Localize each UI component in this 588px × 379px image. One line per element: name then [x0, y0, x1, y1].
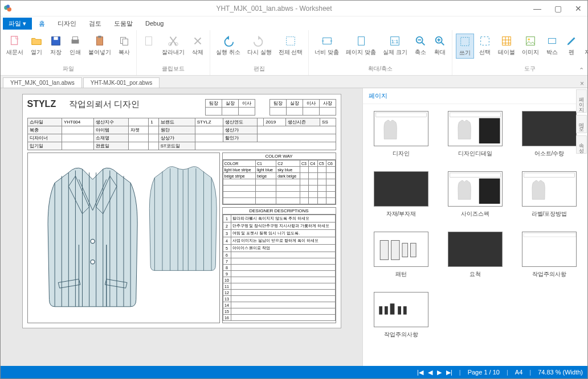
svg-rect-54 [479, 118, 500, 144]
page-thumb-label: 자재/부자재 [386, 210, 416, 218]
nav-last-icon[interactable]: ▶| [446, 369, 452, 376]
menu-tools[interactable]: 도움말 [108, 18, 138, 30]
nav-prev-icon[interactable]: ◀ [428, 369, 432, 376]
save-button[interactable]: 저장 [47, 34, 64, 57]
worksheet-page: STYLZ 작업의뢰서 디자인 팀장실장이사 팀장실장이사사장 스타일YHT00… [22, 94, 341, 328]
page-thumb[interactable]: 디자인 [370, 111, 432, 158]
zoomin-button[interactable]: 확대 [431, 34, 448, 57]
page-indicator: Page 1 / 10 [468, 369, 500, 376]
svg-rect-61 [380, 241, 389, 260]
maximize-button[interactable]: ▢ [551, 3, 565, 14]
svg-rect-62 [391, 241, 400, 260]
svg-rect-71 [398, 306, 401, 315]
pages-panel: 페이지 ⬡ 디자인디자인디테일어소트/수량자재/부자재사이즈스펙라벨/포장방법패… [362, 88, 587, 366]
page-thumb[interactable]: 패턴 [370, 232, 432, 278]
ribbon-collapse-icon[interactable]: ⌃ [579, 67, 584, 74]
cut-button[interactable]: 잘라내기 [160, 34, 187, 57]
paste-button[interactable]: 붙여넣기 [86, 34, 113, 57]
print-button[interactable]: 인쇄 [67, 34, 84, 57]
svg-rect-9 [98, 36, 101, 38]
side-tab-pages[interactable]: 페이지 [576, 89, 587, 113]
side-tab-props[interactable]: 속성 [576, 135, 587, 154]
doc-tab-2[interactable]: YHT-MJK-001_por.abws [83, 77, 160, 88]
paper-size: A4 [515, 369, 522, 376]
actualsize-button[interactable]: 1:1실제 크기 [381, 34, 410, 57]
svg-rect-64 [410, 243, 416, 257]
svg-rect-57 [479, 179, 500, 204]
svg-rect-5 [54, 37, 58, 40]
svg-rect-11 [122, 39, 128, 45]
box-button[interactable]: 박스 [544, 34, 561, 57]
svg-rect-8 [97, 37, 103, 46]
close-tabs-icon[interactable]: × [580, 80, 584, 88]
window-controls: — ▢ ✕ [530, 3, 585, 14]
copy-button[interactable]: 복사 [116, 34, 133, 57]
designer-desc-table: DESIGNER DESCRIPTIONS 1칼라와 라펠시 폭이지지 않도록 … [222, 207, 336, 323]
nav-first-icon[interactable]: |◀ [417, 369, 423, 376]
ribbon: 새문서 열기 저장 인쇄 붙여넣기 복사 파일 잘라내기 삭제 클립보드 실행 … [1, 30, 587, 76]
page-thumb[interactable]: 작업주의사항 [370, 292, 432, 339]
page-thumb[interactable]: 라벨/포장방법 [518, 171, 581, 218]
page-thumb[interactable]: 사이즈스펙 [444, 171, 507, 218]
svg-rect-15 [287, 37, 295, 46]
menubar: 파일 ▾ 홈 디자인 검토 도움말 Debug [1, 17, 587, 30]
open-button[interactable]: 열기 [28, 34, 45, 57]
menu-home[interactable]: 홈 [33, 18, 51, 30]
menu-review[interactable]: 검토 [83, 18, 107, 30]
delete-button[interactable]: 삭제 [189, 34, 206, 57]
pen-button[interactable]: 펜 [563, 34, 580, 57]
clipboard-icon[interactable] [140, 34, 157, 48]
zoomout-button[interactable]: 축소 [412, 34, 429, 57]
table-button[interactable]: 테이블 [496, 34, 517, 57]
svg-rect-12 [146, 37, 152, 46]
nav-next-icon[interactable]: ▶ [437, 369, 442, 376]
pages-grid: 디자인디자인디테일어소트/수량자재/부자재사이즈스펙라벨/포장방법패턴요척작업주… [363, 104, 587, 366]
menu-design[interactable]: 디자인 [52, 18, 82, 30]
design-drawing [27, 153, 220, 323]
svg-text:1:1: 1:1 [391, 39, 399, 44]
redo-button[interactable]: 다시 실행 [245, 34, 274, 57]
svg-rect-72 [403, 306, 407, 315]
fitpage-button[interactable]: 페이지 맞춤 [344, 34, 378, 57]
page-thumb[interactable]: 작업주의사항 [518, 232, 581, 278]
ribbon-group-zoom: 너비 맞춤 페이지 맞춤 1:1실제 크기 축소 확대 확대/축소 [309, 30, 452, 75]
document-tabs: YHT_MJK_001_lan.abws YHT-MJK-001_por.abw… [1, 76, 587, 88]
svg-rect-65 [522, 232, 576, 266]
page-thumb[interactable]: 요척 [444, 232, 507, 278]
minimize-button[interactable]: — [530, 3, 544, 14]
selectall-button[interactable]: 전체 선택 [276, 34, 305, 57]
page-thumb[interactable]: 어소트/수량 [518, 111, 581, 158]
page-thumb[interactable]: 자재/부자재 [370, 171, 432, 218]
doc-tab-1[interactable]: YHT_MJK_001_lan.abws [3, 77, 82, 88]
draw-button[interactable]: 쓰기 [456, 34, 474, 59]
app-icon [3, 3, 13, 14]
select-button[interactable]: 선택 [476, 34, 493, 57]
menu-file[interactable]: 파일 ▾ [3, 18, 32, 30]
undo-button[interactable]: 실행 취소 [214, 34, 243, 57]
page-thumb[interactable]: 디자인디테일 [444, 111, 507, 158]
svg-rect-25 [526, 37, 534, 46]
menu-debug[interactable]: Debug [140, 18, 169, 28]
svg-rect-58 [523, 172, 576, 206]
svg-rect-22 [460, 38, 469, 46]
svg-rect-68 [379, 306, 382, 315]
svg-point-29 [91, 260, 95, 264]
svg-rect-50 [375, 112, 428, 146]
page-thumb-label: 디자인 [393, 150, 410, 158]
app-window: YHT_MJK_001_lan.abws - Worksheet — ▢ ✕ 파… [0, 0, 588, 379]
worksheet-title: 작업의뢰서 디자인 [69, 99, 140, 109]
statusbar: |◀ ◀ ▶ ▶| | Page 1 / 10 | A4 | 74.83 % (… [1, 366, 587, 378]
side-tab-memo[interactable]: 메모 [576, 115, 587, 133]
new-button[interactable]: 새문서 [4, 34, 26, 57]
fitwidth-button[interactable]: 너비 맞춤 [312, 34, 341, 57]
canvas-area[interactable]: STYLZ 작업의뢰서 디자인 팀장실장이사 팀장실장이사사장 스타일YHT00… [1, 88, 362, 366]
worksheet-info-table: 스타일YHT004생산지수1브랜드STYLZ생산연도2019생산시즌SS 복종아… [27, 118, 336, 150]
page-thumb-label: 라벨/포장방법 [532, 210, 567, 218]
signature-table: 팀장실장이사 팀장실장이사사장 [205, 99, 336, 116]
ribbon-group-edit: 실행 취소 다시 실행 전체 선택 편집 [210, 30, 309, 75]
close-button[interactable]: ✕ [571, 3, 585, 14]
image-button[interactable]: 이미지 [520, 34, 541, 57]
eraser-button[interactable]: 지우개 [582, 34, 588, 57]
window-title: YHT_MJK_001_lan.abws - Worksheet [18, 5, 530, 13]
zoom-level[interactable]: 74.83 % (Width) [538, 369, 583, 376]
